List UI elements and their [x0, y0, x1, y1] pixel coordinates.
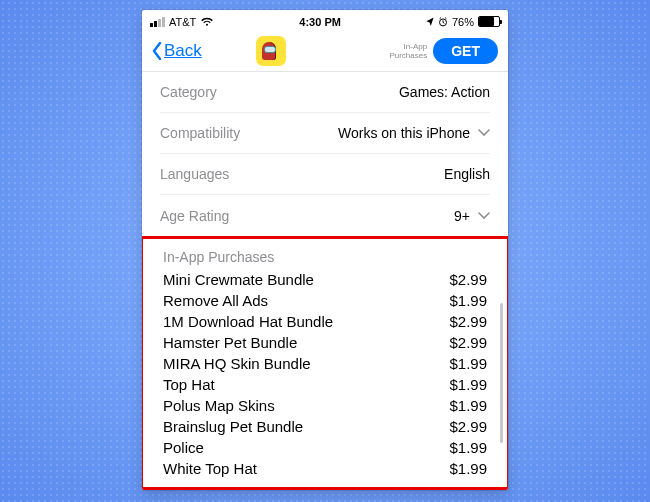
iap-item: Top Hat$1.99 [163, 374, 487, 395]
iap-item: Remove All Ads$1.99 [163, 290, 487, 311]
chevron-left-icon [152, 42, 162, 60]
info-row-compatibility[interactable]: Compatibility Works on this iPhone [160, 113, 490, 154]
iap-item: Polus Map Skins$1.99 [163, 395, 487, 416]
iap-item: MIRA HQ Skin Bundle$1.99 [163, 353, 487, 374]
iap-item: Hamster Pet Bundle$2.99 [163, 332, 487, 353]
in-app-purchases-section: In-App Purchases Mini Crewmate Bundle$2.… [142, 236, 508, 490]
location-icon [426, 17, 434, 27]
info-key: Category [160, 84, 217, 100]
in-app-purchases-hint: In-App Purchases [389, 42, 427, 60]
back-button[interactable]: Back [152, 41, 202, 61]
carrier-label: AT&T [169, 16, 196, 28]
info-row-languages[interactable]: Languages English [160, 154, 490, 195]
info-value: Works on this iPhone [338, 125, 470, 141]
battery-percent: 76% [452, 16, 474, 28]
alarm-icon [438, 17, 448, 27]
iap-list[interactable]: Mini Crewmate Bundle$2.99 Remove All Ads… [163, 269, 487, 479]
section-title: In-App Purchases [163, 249, 487, 265]
status-bar: AT&T 4:30 PM 76% [142, 10, 508, 30]
info-key: Compatibility [160, 125, 240, 141]
wifi-icon [200, 17, 214, 27]
iap-item: White Top Hat$1.99 [163, 458, 487, 479]
chevron-down-icon [478, 127, 490, 139]
cell-signal-icon [150, 17, 165, 27]
info-key: Languages [160, 166, 229, 182]
info-value: English [444, 166, 490, 182]
status-time: 4:30 PM [299, 16, 341, 28]
nav-bar: Back In-App Purchases GET [142, 30, 508, 72]
iap-item: 1M Download Hat Bundle$2.99 [163, 311, 487, 332]
back-label: Back [164, 41, 202, 61]
chevron-down-icon [478, 210, 490, 222]
battery-icon [478, 16, 500, 27]
app-icon[interactable] [256, 36, 286, 66]
info-value: 9+ [454, 208, 470, 224]
app-info-section: Category Games: Action Compatibility Wor… [142, 72, 508, 236]
info-key: Age Rating [160, 208, 229, 224]
scroll-indicator[interactable] [500, 303, 503, 443]
iap-item: Police$1.99 [163, 437, 487, 458]
get-button[interactable]: GET [433, 38, 498, 64]
info-row-age-rating[interactable]: Age Rating 9+ [160, 195, 490, 236]
info-row-category[interactable]: Category Games: Action [160, 72, 490, 113]
info-value: Games: Action [399, 84, 490, 100]
iap-item: Mini Crewmate Bundle$2.99 [163, 269, 487, 290]
phone-frame: AT&T 4:30 PM 76% Back In-App Purchases G… [142, 10, 508, 490]
iap-item: Brainslug Pet Bundle$2.99 [163, 416, 487, 437]
